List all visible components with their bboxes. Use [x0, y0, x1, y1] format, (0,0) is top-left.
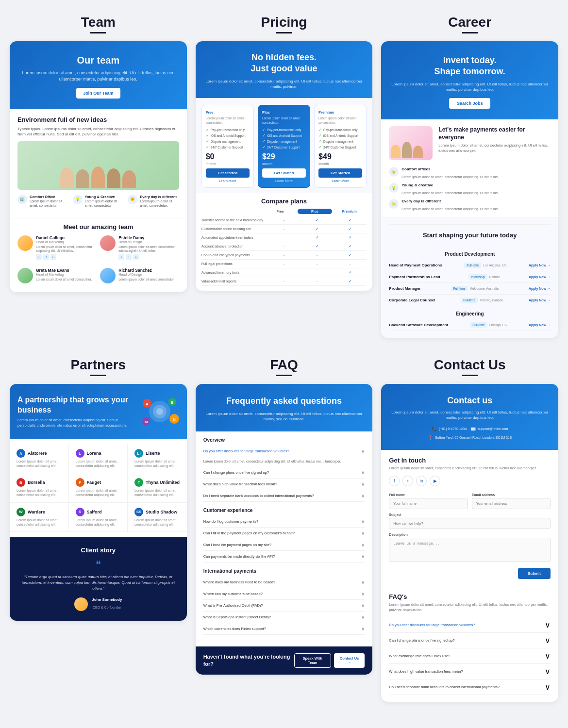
contact-faq-item-4[interactable]: Do I need separate bank accounts to coll…	[389, 679, 551, 695]
faq-item-1-3[interactable]: Can payments be made directly via the AP…	[203, 551, 365, 563]
faq-item-1-1[interactable]: Can I fill in the payment pages on my cu…	[203, 528, 365, 539]
faq-contact-btn[interactable]: Contact Us →	[334, 653, 365, 668]
author-title: CEO & Co-founder	[93, 606, 121, 609]
contact-faq-arrow-0: ∨	[545, 620, 551, 629]
compare-row-5: Full legal protections – – –	[201, 260, 367, 268]
partner-name-0: A Alatorere	[17, 449, 62, 458]
email-input[interactable]	[472, 498, 551, 509]
plan-premium-link[interactable]: Learn More	[318, 179, 362, 182]
career-person-1	[391, 145, 401, 158]
plan-premium-f1: ✓ Pay-per-transaction only	[318, 128, 362, 132]
contact-faq-item-1[interactable]: Can I change plans once I've signed up? …	[389, 633, 551, 648]
fullname-input[interactable]	[389, 498, 468, 509]
contact-faq-item-2[interactable]: What exchange rate does Finlex use? ∨	[389, 648, 551, 664]
apply-link-2[interactable]: Apply Now →	[529, 287, 551, 290]
job-title-eng-0: Backend Software Development	[389, 323, 448, 327]
plan-plus-link[interactable]: Learn More	[262, 179, 306, 182]
partner-circle-7: S	[76, 508, 84, 516]
faq-speak-btn[interactable]: Speak With Team	[294, 653, 331, 668]
twitter-social-icon[interactable]: t	[402, 476, 413, 486]
partner-name-4: F Fauget	[76, 478, 121, 487]
culture-badges: 🏢 Comfort Office Lorem ipsum dolor sit a…	[17, 195, 179, 208]
faq-arrow-1-2: ∨	[361, 542, 365, 547]
quote-icon: ❝	[17, 559, 179, 570]
faq-item-0-0[interactable]: Do you offer discounts for large transac…	[203, 446, 365, 457]
phone-icon: 📞	[432, 427, 437, 431]
career-hero-btn[interactable]: Search Jobs	[449, 98, 491, 109]
compare-premium-5: –	[334, 262, 367, 266]
team-hero-title: Our team	[19, 55, 177, 66]
faq-item-2-2[interactable]: What is Pre-Authorised Debit (PAD)? ∨	[203, 600, 365, 612]
partner-4: F Fauget Lorem ipsum dolor sit amet, con…	[69, 473, 128, 502]
compare-premium-1: ✓	[334, 227, 367, 231]
faq-item-2-0[interactable]: Where does my business need to be based?…	[203, 577, 365, 588]
plan-plus-btn[interactable]: Get Started	[262, 168, 306, 178]
subject-input[interactable]	[389, 518, 551, 529]
faq-item-2-1[interactable]: Where can my customers be based? ∨	[203, 588, 365, 600]
linkedin-icon-1[interactable]: in	[133, 254, 139, 260]
contact-faq-item-3[interactable]: What does high value transaction fees me…	[389, 664, 551, 679]
plan-premium-btn[interactable]: Get Started	[318, 168, 362, 178]
apply-link-1[interactable]: Apply Now →	[529, 275, 551, 279]
partner-desc-6: Lorem ipsum dolor sit amet, consectetur …	[17, 518, 62, 527]
member-info-2: Greta Mae Evans Head of Marketing Lorem …	[36, 268, 96, 281]
facebook-icon-1[interactable]: f	[126, 254, 132, 260]
twitter-icon[interactable]: t	[36, 254, 42, 260]
compare-free-5: –	[267, 262, 301, 266]
career-hero-title: Invent today.Shape tomorrow.	[391, 55, 549, 78]
career-feature-desc: Lorem ipsum dolor sit amet, consectetur …	[438, 143, 551, 153]
contact-faq-arrow-1: ∨	[545, 636, 551, 645]
faq-arrow-2-2: ∨	[361, 603, 365, 608]
contact-faq-item-0[interactable]: Do you offer discounts for large transac…	[389, 617, 551, 633]
faq-q-2-2: What is Pre-Authorised Debit (PAD)?	[203, 603, 362, 608]
faq-item-1-2[interactable]: Can I host the payment pages on my site?…	[203, 539, 365, 551]
apply-link-0[interactable]: Apply Now →	[529, 264, 551, 267]
faq-q-2-1: Where can my customers be based?	[203, 592, 362, 596]
team-hero-desc: Lorem ipsum dolor sit amet, consectetur …	[19, 70, 177, 82]
quote-author: John Somebody CEO & Co-founder	[17, 597, 179, 611]
member-desc-3: Lorem ipsum dolor sit amet consectetur.	[118, 278, 179, 281]
faq-cta: Haven't found what you're looking for? S…	[196, 646, 373, 675]
youtube-social-icon[interactable]: ▶	[430, 476, 440, 486]
plan-plus-f2: ✓ iOS and Android Support	[262, 133, 306, 138]
faq-item-2-3[interactable]: What is Sepa/Sepa Instant (Direct Debit)…	[203, 612, 365, 623]
culture-badge-2: 🌞 Every day is different Lorem ipsum dol…	[128, 195, 179, 208]
apply-link-eng-0[interactable]: Apply Now →	[529, 323, 551, 327]
instagram-social-icon[interactable]: in	[416, 476, 427, 486]
faq-item-0-1[interactable]: Can I change plans once I've signed up? …	[203, 467, 365, 479]
plan-free-link[interactable]: Learn More	[206, 179, 250, 182]
faq-item-0-2[interactable]: What does high value transaction fees me…	[203, 479, 365, 490]
faq-item-0-3[interactable]: Do I need separate bank accounts to coll…	[203, 490, 365, 502]
linkedin-icon[interactable]: in	[50, 254, 56, 260]
career-culture: ☀️ Comfort offices Lorem ipsum dolor sit…	[381, 167, 558, 217]
person-3	[91, 166, 105, 188]
twitter-icon-1[interactable]: t	[118, 254, 124, 260]
facebook-social-icon[interactable]: f	[389, 476, 400, 486]
faq-hero-desc: Lorem ipsum dolor sit amet, consectetur …	[203, 411, 365, 422]
job-tags-3: Full-time Toronto, Canada	[461, 298, 503, 303]
partners-hero: A partnership that grows your business L…	[10, 384, 187, 439]
faq-item-2-4[interactable]: Which currencies does Finlex support? ∨	[203, 623, 365, 635]
apply-link-3[interactable]: Apply Now →	[529, 298, 551, 302]
member-desc-2: Lorem ipsum dolor sit amet consectetur.	[36, 278, 96, 281]
job-loc-2: Melbourne, Australia	[470, 287, 499, 290]
submit-button[interactable]: Submit	[518, 568, 551, 579]
contact-form-desc: Lorem ipsum dolor sit amet, consectetur …	[389, 466, 551, 471]
contact-hero: Contact us Lorem ipsum dolor sit amet, c…	[381, 384, 558, 449]
plan-premium-f2: ✓ iOS and Android Support	[318, 133, 362, 138]
member-info-0: Daniel Gallego Head of Marketing Lorem i…	[36, 235, 96, 261]
facebook-icon[interactable]: f	[43, 254, 49, 260]
plan-free: Free Lorem ipsum dolor sit amet consecte…	[201, 105, 254, 188]
compare-plus-1: ✓	[301, 227, 334, 231]
faq-category-customer: Customer experience How do I log custome…	[203, 508, 365, 563]
partner-2: Li Liserte Lorem ipsum dolor sit amet, c…	[128, 444, 187, 473]
compare-label-0: Transfer access to the next business day	[201, 218, 267, 222]
job-row-2: Product Manager Full-time Melbourne, Aus…	[389, 283, 551, 295]
faq-arrow-1-1: ∨	[361, 530, 365, 536]
plan-free-btn[interactable]: Get Started	[206, 168, 250, 178]
description-textarea[interactable]	[389, 538, 551, 562]
team-hero-btn[interactable]: Join Our Team	[76, 88, 120, 99]
faq-item-1-0[interactable]: How do I log customer payments? ∨	[203, 516, 365, 528]
badge-text-0: Comfort Office Lorem ipsum dolor sit ame…	[30, 195, 69, 208]
faq-q-2-3: What is Sepa/Sepa Instant (Direct Debit)…	[203, 615, 362, 619]
